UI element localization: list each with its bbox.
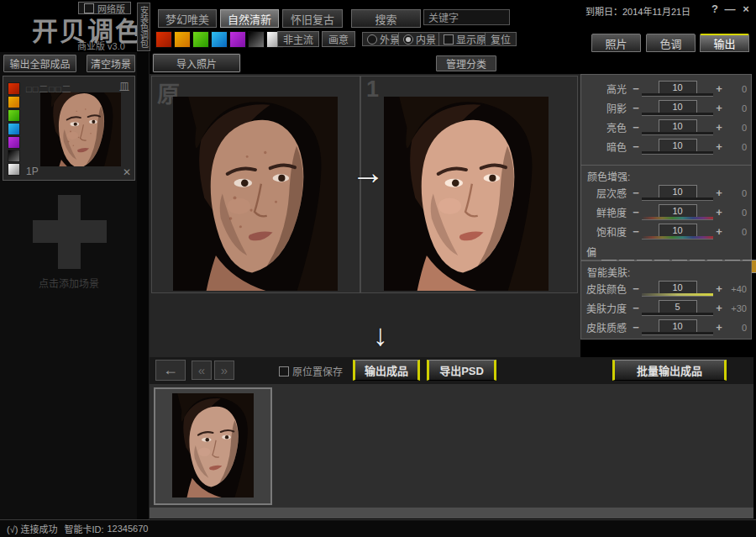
tab-photos[interactable]: 照片 — [591, 34, 641, 52]
increase-button[interactable]: + — [713, 140, 725, 153]
install-pack-button[interactable]: 安装色调包 — [137, 3, 150, 51]
color-swatch[interactable] — [8, 109, 20, 122]
increase-button[interactable]: + — [713, 282, 725, 295]
color-swatch[interactable] — [211, 31, 228, 48]
decrease-button[interactable]: − — [630, 206, 642, 218]
increase-button[interactable]: + — [713, 102, 725, 114]
output-all-button[interactable]: 输出全部成品 — [3, 55, 76, 72]
manage-categories-button[interactable]: 管理分类 — [436, 55, 496, 71]
save-in-place-checkbox[interactable]: 原位置保存 — [279, 364, 343, 378]
style-tab-painterly[interactable]: 画意 — [322, 31, 355, 47]
decrease-button[interactable]: − — [630, 321, 642, 334]
output-thumbnail-selected[interactable] — [154, 387, 272, 505]
slider-amount: 0 — [725, 84, 747, 94]
add-scene-button[interactable]: 点击添加场景 — [3, 185, 135, 286]
slider-value-input[interactable]: 5 — [659, 300, 697, 313]
decrease-button[interactable]: − — [630, 282, 642, 295]
color-swatch[interactable] — [229, 31, 246, 48]
prev-page-button[interactable]: « — [192, 361, 212, 380]
increase-button[interactable]: + — [713, 302, 725, 314]
slider-track[interactable]: 5 — [642, 300, 713, 317]
keyword-input[interactable] — [423, 9, 510, 25]
increase-button[interactable]: + — [713, 187, 725, 199]
slider-amount: +40 — [725, 284, 747, 294]
color-swatch[interactable] — [248, 31, 265, 48]
color-swatch[interactable] — [8, 123, 20, 135]
slider-track[interactable]: 10 — [642, 204, 713, 221]
style-tab-dreamy[interactable]: 梦幻唯美 — [158, 9, 217, 28]
slider-track[interactable]: 10 — [642, 185, 713, 202]
slider-value-input[interactable]: 10 — [659, 139, 697, 152]
help-icon[interactable]: ? — [708, 3, 722, 15]
back-button[interactable]: ← — [155, 360, 186, 381]
import-photos-button[interactable]: 导入照片 — [153, 54, 240, 72]
color-swatch[interactable] — [8, 163, 20, 176]
slider-track[interactable]: 10 — [642, 319, 713, 336]
decrease-button[interactable]: − — [630, 102, 642, 114]
slider-value-input[interactable]: 10 — [659, 119, 697, 133]
reset-button[interactable]: 复位 — [485, 32, 517, 46]
slider-track[interactable]: 10 — [642, 224, 713, 240]
decrease-button[interactable]: − — [630, 187, 642, 199]
slider-amount: 0 — [725, 208, 747, 218]
slider-track[interactable]: 10 — [642, 281, 713, 297]
style-tab-natural[interactable]: 自然清新 — [220, 9, 279, 28]
increase-button[interactable]: + — [713, 225, 725, 238]
scene-thumbnail[interactable] — [40, 92, 121, 166]
slider-label: 阴影 — [583, 101, 630, 115]
slider-value-input[interactable]: 10 — [659, 319, 697, 333]
color-swatch[interactable] — [8, 82, 20, 95]
color-swatch[interactable] — [155, 31, 172, 48]
slider-value-input[interactable]: 10 — [659, 224, 697, 237]
clear-scenes-button[interactable]: 清空场景 — [87, 55, 135, 72]
decrease-button[interactable]: − — [630, 302, 642, 314]
style-tab-nonmainstream[interactable]: 非主流 — [277, 31, 319, 47]
increase-button[interactable]: + — [713, 206, 725, 218]
slider-value-input[interactable]: 10 — [659, 204, 697, 218]
next-page-button[interactable]: » — [214, 361, 234, 380]
scene-item[interactable]: □□二□□二 皿 1P ✕ — [3, 76, 135, 181]
basic-adjust-group: 高光 − 10 + 0 阴影 − 10 + 0 亮色 — [580, 74, 752, 170]
slider-row-bright: 亮色 − 10 + 0 — [581, 118, 751, 137]
style-tab-retro[interactable]: 怀旧复古 — [282, 9, 343, 28]
export-psd-button[interactable]: 导出PSD — [427, 360, 496, 381]
color-swatch[interactable] — [192, 31, 209, 48]
slider-track[interactable]: 10 — [642, 119, 713, 136]
slider-label: 亮色 — [583, 120, 630, 134]
trash-icon[interactable]: 皿 — [119, 79, 129, 93]
sidebar-divider[interactable] — [137, 52, 150, 519]
output-product-button[interactable]: 输出成品 — [353, 360, 420, 381]
decrease-button[interactable]: − — [630, 121, 642, 134]
batch-output-button[interactable]: 批量输出成品 — [612, 360, 727, 381]
scene-close-icon[interactable]: ✕ — [123, 166, 131, 178]
slider-value-input[interactable]: 10 — [659, 281, 697, 294]
decrease-button[interactable]: − — [630, 82, 642, 95]
slider-track[interactable]: 10 — [642, 81, 713, 97]
tab-output[interactable]: 输出 — [700, 34, 749, 52]
search-button[interactable]: 搜索 — [351, 9, 421, 28]
color-swatch[interactable] — [8, 96, 20, 108]
slider-track[interactable]: 10 — [642, 139, 713, 155]
radio-indoor[interactable]: 内景 — [398, 32, 441, 46]
arrow-right-icon: → — [351, 154, 385, 192]
increase-button[interactable]: + — [713, 321, 725, 334]
slider-row-skin-texture: 皮肤质感 − 10 + 0 — [581, 318, 751, 337]
tab-tone[interactable]: 色调 — [646, 34, 696, 52]
slider-track[interactable]: 10 — [642, 100, 713, 117]
color-swatch[interactable] — [8, 136, 20, 149]
slider-value-input[interactable]: 10 — [659, 185, 697, 198]
color-swatch[interactable] — [8, 150, 20, 162]
increase-button[interactable]: + — [713, 121, 725, 134]
color-swatch[interactable] — [174, 31, 191, 48]
add-scene-hint: 点击添加场景 — [3, 276, 135, 290]
slider-value-input[interactable]: 10 — [659, 81, 697, 94]
decrease-button[interactable]: − — [630, 140, 642, 153]
slider-amount: +30 — [725, 303, 747, 313]
minimize-icon[interactable]: — — [723, 3, 737, 15]
color-enhance-group: 颜色增强: 层次感 − 10 + 0 鲜艳度 − 10 + 0 — [580, 165, 752, 261]
decrease-button[interactable]: − — [630, 225, 642, 238]
close-icon[interactable]: × — [739, 3, 753, 15]
slider-value-input[interactable]: 10 — [659, 100, 697, 113]
horizontal-scrollbar[interactable] — [150, 507, 753, 519]
increase-button[interactable]: + — [713, 82, 725, 95]
